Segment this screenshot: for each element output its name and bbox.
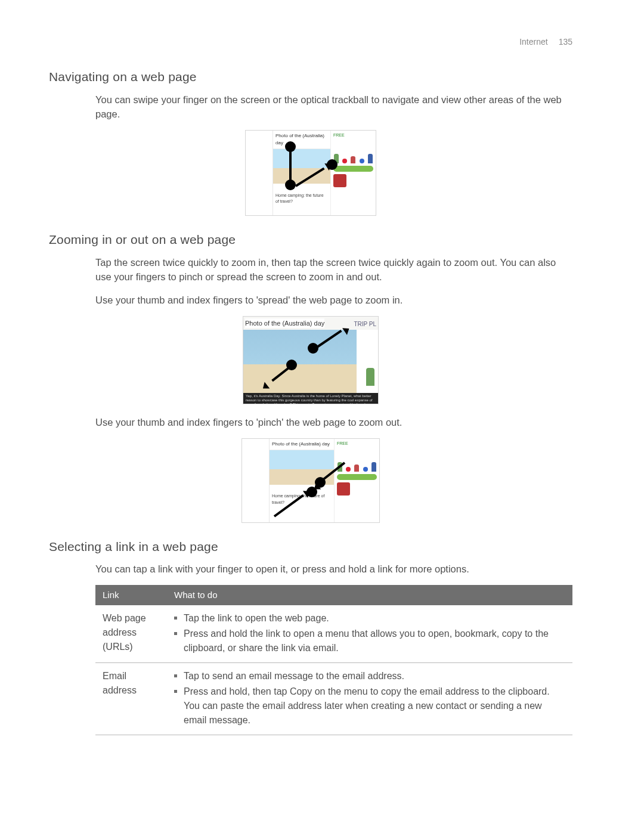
thumb-right-header: FREE [331, 131, 376, 141]
zoom-out-figure: Photo of the (Australia) day Home campin… [242, 438, 380, 523]
thumb-right-header: FREE [335, 439, 379, 449]
thumb-beach-image [270, 450, 334, 485]
zoom-beach-image [243, 330, 357, 393]
list-item: Press and hold, then tap Copy on the men… [174, 685, 565, 727]
zoom-in-figure: Photo of the (Australia) day TRIP PL Yep… [243, 316, 379, 404]
zooming-body2: Use your thumb and index fingers to 'spr… [95, 293, 572, 308]
link-actions-table: Link What to do Web page address (URLs) … [95, 585, 572, 736]
thumb-left-col [242, 439, 270, 522]
zoom-out-figure-wrap: Photo of the (Australia) day Home campin… [49, 438, 572, 523]
thumb-beach-image [273, 149, 330, 184]
page-header: Internet135 [49, 36, 572, 48]
zoom-footer-caption: Yep, it's Australia Day. Since Australia… [243, 393, 378, 404]
thumb-main: Photo of the (Australia) day Home campin… [273, 131, 330, 215]
zooming-body1: Tap the screen twice quickly to zoom in,… [95, 255, 572, 285]
heading-zooming: Zooming in or out on a web page [49, 230, 572, 249]
navigating-figure-wrap: Photo of the (Australia) day Home campin… [49, 130, 572, 216]
thumb-subtitle: Home camping: the future of travel? [273, 191, 330, 206]
row-label: Web page address (URLs) [95, 605, 167, 663]
header-page-number: 135 [559, 37, 572, 47]
table-header-link: Link [95, 585, 167, 606]
thumb-caption [273, 184, 330, 191]
thumb-subtitle: Home camping: the future of travel? [270, 492, 334, 507]
navigating-figure: Photo of the (Australia) day Home campin… [245, 130, 376, 216]
list-item: Press and hold the link to open a menu t… [174, 627, 565, 655]
zoom-in-figure-wrap: Photo of the (Australia) day TRIP PL Yep… [49, 316, 572, 404]
table-row: Web page address (URLs) Tap the link to … [95, 605, 572, 663]
heading-navigating: Navigating on a web page [49, 67, 572, 86]
list-item: Tap to send an email message to the emai… [174, 669, 565, 683]
thumb-title: Photo of the (Australia) day [273, 131, 330, 149]
row-actions: Tap to send an email message to the emai… [167, 663, 572, 735]
header-section: Internet [519, 37, 547, 47]
row-label: Email address [95, 663, 167, 735]
zoom-person-icon [366, 368, 374, 386]
table-row: Email address Tap to send an email messa… [95, 663, 572, 735]
thumb-right-col: FREE [330, 131, 376, 215]
row-actions: Tap the link to open the web page. Press… [167, 605, 572, 663]
thumb-title: Photo of the (Australia) day [270, 439, 334, 450]
heading-selecting: Selecting a link in a web page [49, 537, 572, 556]
thumb-right-col: FREE [334, 439, 379, 522]
thumb-main: Photo of the (Australia) day Home campin… [270, 439, 334, 522]
navigating-body: You can swipe your finger on the screen … [95, 92, 572, 122]
zooming-body3: Use your thumb and index fingers to 'pin… [95, 415, 572, 430]
list-item: Tap the link to open the web page. [174, 611, 565, 625]
selecting-body: You can tap a link with your finger to o… [95, 562, 572, 577]
zoom-side-label: TRIP PL [352, 318, 378, 330]
table-header-action: What to do [167, 585, 572, 606]
zoom-title: Photo of the (Australia) day [245, 318, 324, 329]
thumb-left-col [246, 131, 273, 215]
